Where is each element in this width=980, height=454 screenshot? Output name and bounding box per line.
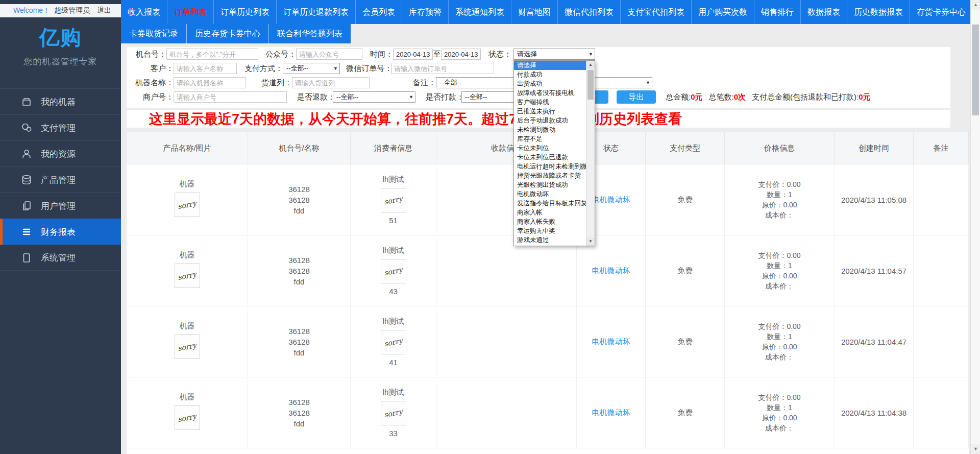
status-option[interactable]: 卡位未到位 — [514, 144, 587, 153]
chevron-down-icon: ▼ — [333, 66, 338, 71]
status-option[interactable]: 后台手动退款成功 — [514, 116, 587, 125]
scroll-up-icon[interactable]: ▲ — [586, 61, 595, 69]
tab-history-data-report[interactable]: 历史数据报表 — [847, 0, 910, 24]
machine-id: 36128 — [288, 195, 310, 205]
col-product: 产品名称/图片 — [127, 132, 248, 164]
status-option[interactable]: 掉货光眼故障或者卡货 — [514, 171, 587, 180]
export-button[interactable]: 导出 — [617, 90, 656, 104]
machine-no-input[interactable] — [166, 49, 258, 60]
app-logo: 亿购 — [0, 23, 121, 52]
status-option[interactable]: 库存不足 — [514, 134, 587, 144]
total-amount-label: 总金额: — [666, 92, 691, 102]
page-scrollbar[interactable]: ▲ ▼ — [970, 0, 980, 454]
status-option[interactable]: 出货成功 — [514, 79, 587, 88]
date-range-separator: 至 — [433, 50, 441, 59]
consumer-cell: lh测试 sorry 43 — [351, 235, 436, 306]
tab-order-list[interactable]: 订单列表 — [167, 0, 214, 24]
dropdown-scrollbar[interactable]: ▲ ▼ — [586, 61, 595, 246]
price-original: 原价：0.00 — [758, 271, 800, 281]
sidebar-item-label: 产品管理 — [41, 174, 76, 186]
sidebar-item-label: 支付管理 — [41, 122, 76, 134]
status-option[interactable]: 客户端掉线 — [514, 98, 587, 107]
time-label: 时间： — [366, 50, 393, 59]
payout-value: --全部-- — [465, 92, 487, 102]
sidebar-item-resources[interactable]: 我的资源 — [0, 140, 121, 166]
status-option[interactable]: 电机运行超时未检测到微动 — [514, 162, 587, 171]
tab-stored-coupon-center[interactable]: 存货卡券中心 — [910, 0, 973, 24]
tab-coupon-pickup-records[interactable]: 卡券取货记录 — [121, 24, 187, 43]
chevron-down-icon: ▼ — [646, 80, 650, 85]
status-option[interactable]: 未检测到微动 — [514, 125, 587, 134]
sidebar-item-label: 财务报表 — [41, 226, 76, 238]
sidebar-item-products[interactable]: 产品管理 — [0, 166, 121, 193]
dropdown-scroll-thumb[interactable] — [587, 70, 594, 100]
tab-system-notices[interactable]: 系统通知列表 — [449, 0, 511, 24]
status-option[interactable]: 付款成功 — [514, 70, 587, 79]
consumer-cell: lh测试 sorry 41 — [351, 306, 436, 377]
status-option[interactable]: 故障或者没有接电机 — [514, 88, 587, 98]
machine-id: 36128 — [288, 326, 310, 337]
tab-order-history[interactable]: 订单历史列表 — [214, 0, 277, 24]
sidebar-item-payment[interactable]: 支付管理 — [0, 114, 121, 140]
tab-order-history-refund[interactable]: 订单历史退款列表 — [277, 0, 356, 24]
sidebar-item-finance-reports[interactable]: 财务报表 — [0, 219, 121, 245]
tab-members[interactable]: 会员列表 — [356, 0, 402, 24]
tab-alipay-deduction[interactable]: 支付宝代扣列表 — [621, 0, 692, 24]
product-cell: 机器 sorry — [127, 377, 248, 448]
status-option[interactable]: 发送指令给目标板未回复 — [514, 199, 587, 208]
sidebar-item-my-machines[interactable]: 我的机器 — [0, 88, 121, 114]
status-option[interactable]: 已推送未执行 — [514, 107, 587, 116]
status-option[interactable]: 游戏未通过 — [514, 235, 587, 245]
machine-name: fdd — [288, 205, 310, 216]
wechat-order-input[interactable] — [391, 63, 494, 74]
tab-wechat-deduction[interactable]: 微信代扣列表 — [558, 0, 621, 24]
logout-link[interactable]: 退出 — [97, 6, 111, 15]
broken-image-placeholder: sorry — [175, 264, 200, 288]
price-qty: 数量：1 — [758, 331, 800, 342]
machine-id: 36128 — [288, 255, 310, 266]
tab-user-purchase-count[interactable]: 用户购买次数 — [692, 0, 754, 24]
status-link[interactable]: 电机微动坏 — [592, 195, 630, 205]
tab-income-report[interactable]: 收入报表 — [121, 0, 167, 24]
status-option[interactable]: 卡位未到位已退款 — [514, 153, 587, 162]
consumer-name: lh测试 — [383, 317, 404, 326]
tab-history-stored-coupon-center[interactable]: 历史存货卡券中心 — [187, 24, 269, 43]
status-option[interactable]: 幸运购无中奖 — [514, 226, 587, 235]
page-scroll-thumb[interactable] — [972, 25, 979, 115]
sidebar-item-users[interactable]: 用户管理 — [0, 193, 121, 219]
status-select[interactable]: 请选择 ▼ — [513, 49, 595, 60]
tab-data-report[interactable]: 数据报表 — [801, 0, 847, 24]
refund-label: 是否退款： — [297, 92, 333, 102]
sidebar-item-system[interactable]: 系统管理 — [0, 245, 121, 271]
customer-input[interactable] — [174, 63, 237, 74]
tab-stock-alert[interactable]: 库存预警 — [402, 0, 449, 24]
lane-input[interactable] — [292, 77, 370, 88]
scroll-down-icon[interactable]: ▼ — [586, 237, 595, 246]
date-from-input[interactable] — [393, 49, 433, 60]
created-cell: 2020/4/13 11:04:57 — [835, 235, 914, 306]
sidebar-item-label: 系统管理 — [41, 252, 76, 264]
scroll-down-icon[interactable]: ▼ — [971, 444, 980, 454]
scroll-up-icon[interactable]: ▲ — [971, 0, 980, 10]
status-option[interactable]: 请选择 — [514, 61, 587, 70]
status-option[interactable]: 商家入帐 — [514, 208, 587, 217]
status-option[interactable]: 商家入帐失败 — [514, 217, 587, 226]
database-icon — [20, 174, 33, 186]
official-account-input[interactable] — [296, 49, 362, 60]
machine-name-input[interactable] — [174, 77, 246, 88]
tab-unilever-quiz-list[interactable]: 联合利华答题列表 — [269, 24, 351, 43]
status-link[interactable]: 电机微动坏 — [592, 266, 630, 276]
status-link[interactable]: 电机微动坏 — [592, 408, 630, 418]
status-option[interactable]: 光眼检测出货成功 — [514, 180, 587, 189]
status-option[interactable]: 电机微动坏 — [514, 189, 587, 199]
refund-select[interactable]: --全部-- ▼ — [333, 91, 415, 103]
pay-method-select[interactable]: --全部-- ▼ — [283, 63, 340, 74]
tab-wealth-map[interactable]: 财富地图 — [511, 0, 558, 24]
merchant-input[interactable] — [174, 91, 287, 103]
date-to-input[interactable] — [441, 49, 481, 60]
tab-sales-ranking[interactable]: 销售排行 — [754, 0, 801, 24]
customer-label: 客户： — [132, 64, 174, 74]
official-account-label: 公众号： — [261, 50, 296, 59]
status-link[interactable]: 电机微动坏 — [592, 337, 630, 347]
price-paid: 支付价：0.00 — [758, 179, 800, 189]
